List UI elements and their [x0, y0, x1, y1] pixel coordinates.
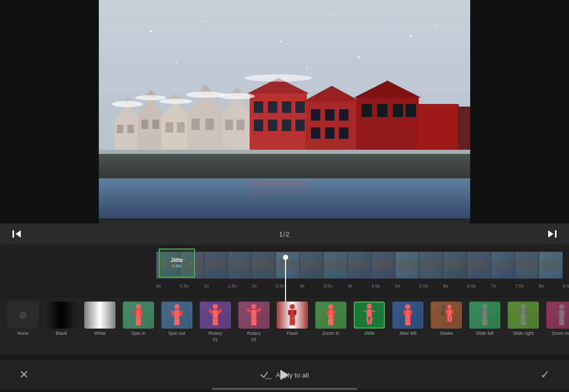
svg-rect-127: [445, 309, 448, 313]
transition-thumb-black[interactable]: [46, 302, 77, 329]
confirm-icon: ✓: [540, 369, 550, 381]
transition-item-none[interactable]: ⊘ None: [5, 302, 41, 337]
transition-label-zoom-in: Zoom in: [322, 331, 340, 337]
figure-svg: [553, 304, 569, 326]
transition-item-rotary02[interactable]: Rotary 02: [236, 302, 271, 343]
timeline-area: ‹ Jittle 0.50s ›: [0, 244, 569, 302]
timeline-thumb: [371, 252, 395, 279]
svg-rect-55: [99, 178, 470, 224]
transition-item-rotary01[interactable]: Rotary 01: [198, 302, 233, 343]
timeline-thumb: [204, 252, 228, 279]
transition-thumb-slide-right[interactable]: [508, 302, 539, 329]
svg-rect-146: [563, 310, 566, 315]
transition-thumb-slide-left[interactable]: [469, 302, 500, 329]
scroll-indicator: [212, 388, 357, 390]
svg-point-111: [367, 304, 372, 309]
transition-label-white: White: [94, 331, 106, 337]
svg-point-49: [159, 99, 192, 104]
svg-rect-122: [408, 318, 410, 325]
svg-rect-119: [404, 310, 406, 315]
svg-rect-29: [282, 120, 291, 131]
transition-label-flash: Flash: [287, 331, 298, 337]
svg-rect-129: [447, 316, 449, 322]
svg-rect-124: [441, 309, 445, 316]
svg-rect-148: [562, 318, 564, 325]
ruler-mark: 4.5s: [371, 283, 395, 289]
transition-item-spin-in[interactable]: Spin in: [121, 302, 156, 337]
svg-rect-140: [525, 310, 527, 315]
cancel-button[interactable]: ✕: [16, 367, 32, 383]
transition-thumb-spin-in[interactable]: [123, 302, 154, 329]
svg-rect-104: [292, 318, 295, 325]
svg-point-68: [306, 67, 308, 69]
svg-point-137: [521, 304, 526, 309]
transition-item-slide-right[interactable]: Slide right: [506, 302, 541, 337]
transition-item-zoom-in[interactable]: Zoom in: [313, 302, 348, 337]
timeline-thumb: [443, 252, 467, 279]
svg-point-143: [559, 304, 564, 309]
transition-item-shake[interactable]: Shake: [429, 302, 464, 337]
ruler-mark: 3.5s: [324, 283, 347, 289]
selected-clip[interactable]: ‹ Jittle 0.50s ›: [159, 249, 195, 278]
svg-rect-126: [447, 309, 451, 316]
transition-thumb-white[interactable]: [84, 302, 115, 329]
svg-point-131: [482, 304, 487, 309]
transition-label-black: Black: [56, 331, 67, 337]
svg-marker-72: [16, 230, 21, 238]
figure-svg: [515, 304, 532, 326]
skip-back-button[interactable]: [10, 228, 23, 240]
transition-thumb-spin-out[interactable]: [161, 302, 192, 329]
transition-thumb-shake[interactable]: [431, 302, 462, 329]
transition-item-white[interactable]: White: [82, 302, 118, 337]
transition-thumb-rotary01[interactable]: [200, 302, 231, 329]
svg-rect-46: [458, 107, 470, 151]
transition-item-slide-left[interactable]: Slide left: [467, 302, 502, 337]
svg-rect-133: [481, 310, 483, 315]
transition-thumb-zoom-out[interactable]: [546, 302, 569, 329]
apply-all-check-icon: [260, 371, 271, 379]
transition-item-spin-out[interactable]: Spin out: [159, 302, 195, 337]
transition-item-zoom-out[interactable]: Zoom out: [544, 302, 569, 337]
transition-thumb-flash[interactable]: [277, 302, 308, 329]
ruler-mark: 6s: [443, 283, 467, 289]
clip-prev-arrow[interactable]: ‹: [162, 259, 164, 267]
svg-point-64: [176, 62, 178, 63]
transition-item-flash[interactable]: Flash: [275, 302, 310, 337]
transition-thumb-jitter-left[interactable]: [392, 302, 423, 329]
confirm-button[interactable]: ✓: [537, 367, 553, 383]
svg-point-105: [328, 304, 333, 309]
transition-thumb-rotary02[interactable]: [238, 302, 269, 329]
svg-rect-139: [519, 310, 522, 315]
transition-item-jittle[interactable]: Jittle: [352, 302, 387, 337]
transition-label-shake: Shake: [439, 331, 453, 337]
transition-item-black[interactable]: Black: [44, 302, 79, 337]
transition-label-zoom-out: Zoom out: [552, 331, 569, 337]
play-button[interactable]: [274, 360, 295, 389]
transition-thumb-zoom-in[interactable]: [315, 302, 346, 329]
transition-label-rotary01: Rotary 01: [209, 331, 223, 343]
transition-label-rotary02: Rotary 02: [247, 331, 261, 343]
svg-rect-91: [213, 318, 215, 325]
svg-rect-23: [254, 101, 263, 113]
svg-rect-128: [451, 309, 454, 313]
transition-thumb-none[interactable]: ⊘: [7, 302, 38, 329]
svg-rect-36: [311, 127, 320, 139]
clip-next-arrow[interactable]: ›: [189, 259, 192, 267]
svg-point-48: [135, 95, 166, 100]
svg-rect-130: [450, 316, 452, 322]
playback-bar: 1/2: [0, 224, 569, 244]
skip-forward-icon: [547, 229, 558, 239]
transition-thumb-jittle[interactable]: [354, 302, 385, 329]
timeline-ruler: 0s 0.5s 1s 1.5s 2s 2.5s 3s 3.5s 4s 4.5s …: [0, 281, 569, 291]
svg-rect-115: [366, 317, 369, 324]
svg-rect-98: [254, 318, 256, 325]
svg-point-67: [140, 88, 141, 89]
timeline-thumb: [300, 252, 324, 279]
transition-item-jitter-left[interactable]: Jitter left: [390, 302, 425, 337]
skip-forward-button[interactable]: [546, 228, 559, 240]
transition-label-spin-out: Spin out: [168, 331, 185, 337]
svg-rect-78: [140, 310, 143, 315]
svg-rect-85: [174, 318, 177, 325]
svg-rect-116: [369, 317, 372, 324]
svg-rect-113: [364, 310, 368, 312]
